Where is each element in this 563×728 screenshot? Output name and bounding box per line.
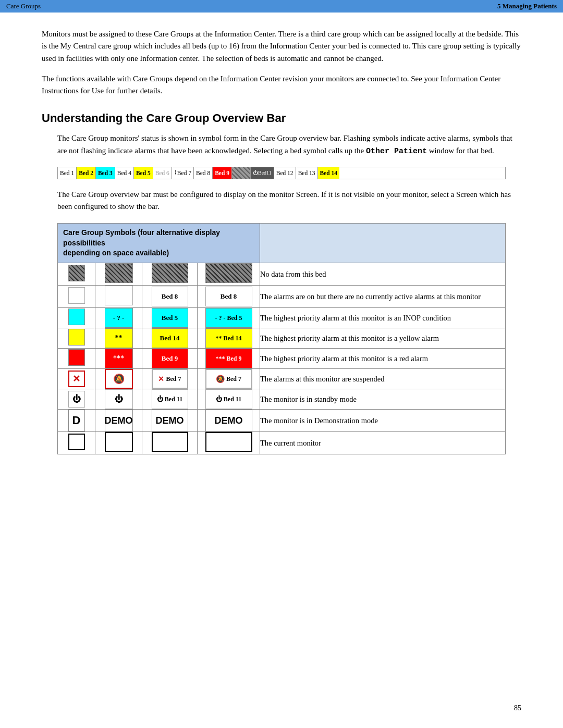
table-header-col2: [260, 224, 506, 263]
ob-bed4[interactable]: Bed 4: [115, 167, 134, 179]
header-right: 5 Managing Patients: [497, 2, 557, 10]
ob-bed-hatch[interactable]: [232, 167, 251, 179]
sym-bed14-yellow-medium: Bed 14: [142, 328, 198, 349]
table-row: - ? - Bed 5 - ? - Bed 5 The highest prio…: [58, 308, 506, 328]
header-bar: Care Groups 5 Managing Patients: [0, 0, 563, 13]
sym-current-large: [198, 432, 260, 454]
sym-standby-small: ⏻: [95, 389, 142, 410]
intro-para1: Monitors must be assigned to these Care …: [42, 28, 521, 65]
sym-current-desc: The current monitor: [260, 432, 506, 454]
sym-demo-desc: The monitor is in Demonstration mode: [260, 410, 506, 432]
after-bar-text: The Care Group overview bar must be conf…: [42, 189, 521, 213]
sym-standby-desc: The monitor is in standby mode: [260, 389, 506, 410]
ob-bed6[interactable]: Bed 6: [153, 167, 172, 179]
table-row: The current monitor: [58, 432, 506, 454]
ob-bed14[interactable]: Bed 14: [318, 167, 340, 179]
sym-suspend-desc: The alarms at this monitor are suspended: [260, 369, 506, 389]
sym-white-small: [95, 286, 142, 308]
sym-bed11-standby-medium: ⏻ Bed 11: [142, 389, 198, 410]
sym-hatch-small: [95, 263, 142, 286]
sym-bed11-standby-large: ⏻ Bed 11: [198, 389, 260, 410]
table-row: ⏻ ⏻ ⏻ Bed 11 ⏻ Bed 11 The monitor is in …: [58, 389, 506, 410]
overview-bar[interactable]: Bed 1 Bed 2 Bed 3 Bed 4 Bed 5 Bed 6 ⌇Bed…: [57, 167, 506, 179]
sym-bed7-suspend-medium: ✕ Bed 7: [142, 369, 198, 389]
sym-hatch-desc: No data from this bed: [260, 263, 506, 286]
sym-white-desc: The alarms are on but there are no curre…: [260, 286, 506, 308]
sym-suspend-tiny: ✕: [58, 369, 95, 389]
ob-bed5[interactable]: Bed 5: [134, 167, 153, 179]
sym-yellow-desc: The highest priority alarm at this monit…: [260, 328, 506, 349]
section-body: The Care Group monitors' status is shown…: [42, 132, 521, 157]
sym-suspend-small: 🔕: [95, 369, 142, 389]
sym-bed5-cyan-large: - ? - Bed 5: [198, 308, 260, 328]
ob-bed9[interactable]: Bed 9: [213, 167, 232, 179]
sym-red-tiny: [58, 349, 95, 369]
table-header-col1: Care Group Symbols (four alternative dis…: [58, 224, 260, 263]
table-row: No data from this bed: [58, 263, 506, 286]
table-row: *** Bed 9 *** Bed 9 The highest priority…: [58, 349, 506, 369]
ob-bed2[interactable]: Bed 2: [77, 167, 96, 179]
sym-current-small: [95, 432, 142, 454]
sym-demo-medium: DEMO: [142, 410, 198, 432]
ob-bed7[interactable]: ⌇Bed 7: [172, 167, 194, 179]
table-row: ** Bed 14 ** Bed 14 The highest priority…: [58, 328, 506, 349]
symbols-table: Care Group Symbols (four alternative dis…: [57, 223, 506, 454]
sym-red-small: ***: [95, 349, 142, 369]
page-number: 85: [514, 704, 521, 712]
sym-demo-tiny: D: [58, 410, 95, 432]
sym-bed5-cyan-medium: Bed 5: [142, 308, 198, 328]
ob-bed3[interactable]: Bed 3: [96, 167, 115, 179]
sym-standby-tiny: ⏻: [58, 389, 95, 410]
header-left: Care Groups: [6, 2, 41, 10]
table-row: ✕ 🔕 ✕ Bed 7 🔕 Bed 7 The alarms at this m…: [58, 369, 506, 389]
sym-demo-large: DEMO: [198, 410, 260, 432]
ob-bed8[interactable]: Bed 8: [194, 167, 213, 179]
sym-cyan-desc: The highest priority alarm at this monit…: [260, 308, 506, 328]
ob-bed11[interactable]: ⏻Bed11: [251, 167, 274, 179]
sym-white-tiny: [58, 286, 95, 308]
sym-bed9-red-medium: Bed 9: [142, 349, 198, 369]
sym-bed8-medium: Bed 8: [142, 286, 198, 308]
table-row: D DEMO DEMO DEMO The monitor is in Demon…: [58, 410, 506, 432]
sym-bed14-yellow-large: ** Bed 14: [198, 328, 260, 349]
sym-demo-small: DEMO: [95, 410, 142, 432]
ob-bed1[interactable]: Bed 1: [58, 167, 77, 179]
table-row: Bed 8 Bed 8 The alarms are on but there …: [58, 286, 506, 308]
sym-bed7-suspend-large: 🔕 Bed 7: [198, 369, 260, 389]
sym-bed8-large: Bed 8: [198, 286, 260, 308]
sym-cyan-tiny: [58, 308, 95, 328]
ob-bed13[interactable]: Bed 13: [296, 167, 318, 179]
sym-hatch-tiny: [58, 263, 95, 286]
intro-para2: The functions available with Care Groups…: [42, 73, 521, 97]
sym-yellow-tiny: [58, 328, 95, 349]
sym-cyan-small: - ? -: [95, 308, 142, 328]
sym-current-medium: [142, 432, 198, 454]
sym-hatch-large: [198, 263, 260, 286]
section-title: Understanding the Care Group Overview Ba…: [42, 112, 521, 125]
main-content: Monitors must be assigned to these Care …: [0, 13, 563, 486]
sym-yellow-small: **: [95, 328, 142, 349]
ob-bed12[interactable]: Bed 12: [274, 167, 296, 179]
sym-current-tiny: [58, 432, 95, 454]
sym-hatch-medium: [142, 263, 198, 286]
sym-bed9-red-large: *** Bed 9: [198, 349, 260, 369]
sym-red-desc: The highest priority alarm at this monit…: [260, 349, 506, 369]
